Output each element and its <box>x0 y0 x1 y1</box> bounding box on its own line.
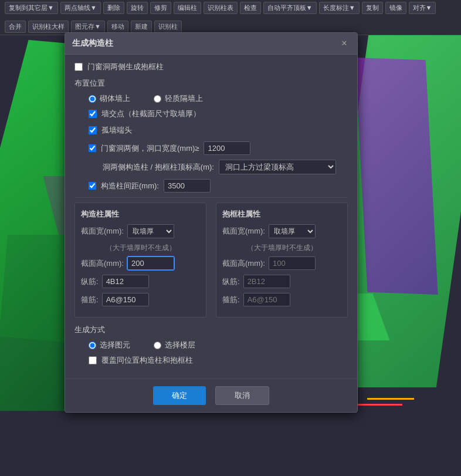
radio-masonry-label: 砌体墙上 <box>100 93 130 104</box>
toolbar-btn-identify-col[interactable]: 识别柱 <box>154 21 182 33</box>
embrace-width-label: 截面宽(mm): <box>222 226 265 237</box>
toolbar-btn-align[interactable]: 对齐▼ <box>409 2 436 14</box>
opening-height-select[interactable]: 洞口上方过梁顶标高 <box>219 160 336 174</box>
struct-height-label: 截面高(mm): <box>81 258 124 269</box>
top-checkbox-row: 门窗洞两侧生成抱框柱 <box>74 62 348 72</box>
spacing-label: 构造柱间距(mm): <box>101 181 159 191</box>
door-window-width-input[interactable] <box>204 141 250 155</box>
embrace-stirrup-row: 箍筋: <box>222 293 341 306</box>
embrace-height-label: 截面高(mm): <box>222 258 265 269</box>
door-window-checkbox[interactable] <box>89 144 96 152</box>
toolbar-btn-check[interactable]: 检查 <box>240 2 261 14</box>
wall-intersect-checkbox[interactable] <box>89 110 97 118</box>
toolbar-btn-merge[interactable]: 合并 <box>5 21 26 33</box>
struct-width-row: 截面宽(mm): 取墙厚 <box>81 224 200 238</box>
toolbar-btn-copy-layer[interactable]: 复制到其它层▼ <box>5 2 58 14</box>
two-col-section: 构造柱属性 截面宽(mm): 取墙厚 （大于墙厚时不生成） 截面高(mm): 纵… <box>74 202 348 318</box>
embrace-width-sub: （大于墙厚时不生成） <box>222 243 341 253</box>
toolbar-btn-element-store[interactable]: 图元存▼ <box>71 21 105 33</box>
struct-stirrup-label: 箍筋: <box>81 295 99 305</box>
dialog-body: 门窗洞两侧生成抱框柱 布置位置 砌体墙上 轻质隔墙上 墙交点（柱截面尺寸取墙厚） <box>65 55 357 379</box>
struct-long-label: 纵筋: <box>81 276 99 287</box>
close-button[interactable]: × <box>338 38 350 49</box>
embrace-long-input[interactable] <box>243 275 290 288</box>
embrace-width-row: 截面宽(mm): 取墙厚 <box>222 224 341 238</box>
toolbar-btn-delete[interactable]: 删除 <box>103 2 124 14</box>
toolbar: 复制到其它层▼ 两点轴线▼ 删除 旋转 修剪 编辑柱 识别柱表 检查 自动平齐顶… <box>0 0 461 35</box>
bg-shape-purple <box>355 58 438 295</box>
gen-method-section: 生成方式 选择图元 选择楼层 覆盖同位置构造柱和抱框柱 <box>74 325 348 366</box>
opening-height-label: 洞两侧构造柱 / 抱框柱顶标高(m): <box>103 162 214 173</box>
toolbar-btn-mirror[interactable]: 镜像 <box>385 2 406 14</box>
opening-height-row: 洞两侧构造柱 / 抱框柱顶标高(m): 洞口上方过梁顶标高 <box>103 160 348 174</box>
cover-checkbox-label: 覆盖同位置构造柱和抱框柱 <box>101 355 193 366</box>
cancel-button[interactable]: 取消 <box>215 386 269 405</box>
embrace-width-select[interactable]: 取墙厚 <box>269 224 316 238</box>
dialog-buttons: 确定 取消 <box>65 379 357 412</box>
radio-select-floor-label: 选择楼层 <box>165 340 195 350</box>
radio-lightweight-input[interactable] <box>154 95 161 103</box>
wall-intersect-label: 墙交点（柱截面尺寸取墙厚） <box>101 109 201 119</box>
spacing-checkbox[interactable] <box>89 182 96 190</box>
struct-height-input[interactable] <box>127 256 174 270</box>
radio-select-element-input[interactable] <box>89 342 96 349</box>
gen-radio-group: 选择图元 选择楼层 <box>89 340 348 350</box>
isolated-wall-row: 孤墙端头 <box>89 125 348 136</box>
embrace-long-row: 纵筋: <box>222 275 341 288</box>
placement-title: 布置位置 <box>74 78 348 89</box>
embrace-height-row: 截面高(mm): <box>222 256 341 270</box>
gen-method-title: 生成方式 <box>74 325 348 335</box>
spacing-input[interactable] <box>164 179 211 193</box>
radio-select-floor: 选择楼层 <box>154 340 195 350</box>
door-window-label: 门窗洞两侧，洞口宽度(mm)≥ <box>101 143 199 154</box>
struct-long-row: 纵筋: <box>81 275 200 288</box>
isolated-wall-label: 孤墙端头 <box>101 125 132 136</box>
structural-col-title: 构造柱属性 <box>81 209 200 220</box>
embrace-stirrup-input[interactable] <box>243 293 290 306</box>
door-window-row: 门窗洞两侧，洞口宽度(mm)≥ <box>89 141 348 155</box>
struct-stirrup-input[interactable] <box>102 293 149 306</box>
struct-stirrup-row: 箍筋: <box>81 293 200 306</box>
radio-lightweight-label: 轻质隔墙上 <box>165 93 203 104</box>
radio-masonry-input[interactable] <box>89 95 96 103</box>
wall-intersect-row: 墙交点（柱截面尺寸取墙厚） <box>89 109 348 119</box>
radio-lightweight: 轻质隔墙上 <box>154 93 203 104</box>
embrace-col-title: 抱框柱属性 <box>222 209 341 220</box>
struct-width-label: 截面宽(mm): <box>81 226 124 237</box>
toolbar-btn-rotate[interactable]: 旋转 <box>127 2 148 14</box>
placement-radio-group: 砌体墙上 轻质隔墙上 <box>89 93 348 104</box>
radio-select-element-label: 选择图元 <box>100 340 130 350</box>
confirm-button[interactable]: 确定 <box>153 386 206 405</box>
isolated-wall-checkbox[interactable] <box>89 126 97 134</box>
embrace-col-box: 抱框柱属性 截面宽(mm): 取墙厚 （大于墙厚时不生成） 截面高(mm): 纵… <box>216 202 348 318</box>
structural-col-box: 构造柱属性 截面宽(mm): 取墙厚 （大于墙厚时不生成） 截面高(mm): 纵… <box>74 202 206 318</box>
embrace-stirrup-label: 箍筋: <box>222 295 240 305</box>
toolbar-btn-edit-col[interactable]: 编辑柱 <box>174 2 201 14</box>
struct-height-row: 截面高(mm): <box>81 256 200 270</box>
divider <box>74 197 348 198</box>
embrace-long-label: 纵筋: <box>222 276 240 287</box>
toolbar-btn-length-mark[interactable]: 长度标注▼ <box>319 2 360 14</box>
toolbar-btn-two-point[interactable]: 两点轴线▼ <box>60 2 101 14</box>
spacing-row: 构造柱间距(mm): <box>89 179 348 193</box>
cover-checkbox[interactable] <box>89 356 97 364</box>
toolbar-btn-trim[interactable]: 修剪 <box>150 2 171 14</box>
toolbar-btn-identify-col-detail[interactable]: 识别柱大样 <box>28 21 69 33</box>
toolbar-btn-identify-col-table[interactable]: 识别柱表 <box>204 2 238 14</box>
radio-masonry: 砌体墙上 <box>89 93 130 104</box>
top-checkbox[interactable] <box>74 63 83 71</box>
radio-select-floor-input[interactable] <box>154 342 161 349</box>
dialog: 生成构造柱 × 门窗洞两侧生成抱框柱 布置位置 砌体墙上 轻质隔墙上 <box>65 32 358 413</box>
embrace-height-input[interactable] <box>269 256 316 270</box>
placement-section: 布置位置 砌体墙上 轻质隔墙上 墙交点（柱截面尺寸取墙厚） <box>74 78 348 193</box>
toolbar-btn-new[interactable]: 新建 <box>131 21 152 33</box>
struct-width-select[interactable]: 取墙厚 <box>127 224 174 238</box>
toolbar-btn-move[interactable]: 移动 <box>107 21 128 33</box>
struct-long-input[interactable] <box>102 275 149 288</box>
top-checkbox-label: 门窗洞两侧生成抱框柱 <box>87 62 164 72</box>
dialog-title: 生成构造柱 <box>72 38 113 49</box>
bg-orange-line <box>367 398 414 400</box>
toolbar-btn-auto-align[interactable]: 自动平齐顶板▼ <box>263 2 317 14</box>
toolbar-btn-copy[interactable]: 复制 <box>362 2 383 14</box>
struct-width-sub: （大于墙厚时不生成） <box>81 243 200 253</box>
